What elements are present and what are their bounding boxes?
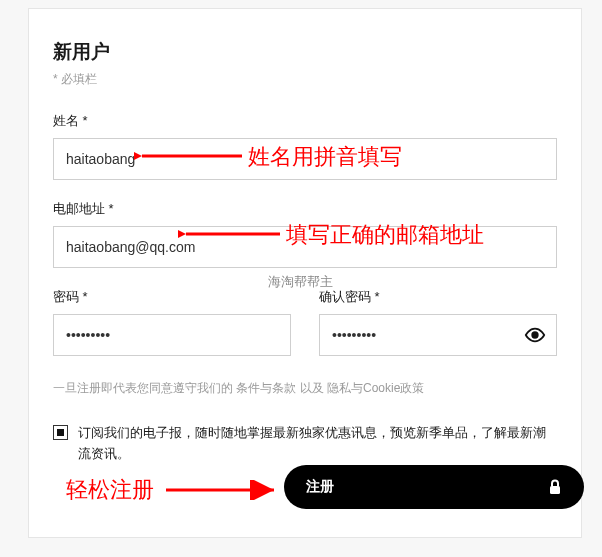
confirm-password-field: 确认密码 * <box>319 288 557 356</box>
password-label: 密码 * <box>53 288 291 306</box>
password-field: 密码 * <box>53 288 291 356</box>
eye-icon <box>524 324 546 346</box>
name-label: 姓名 * <box>53 112 557 130</box>
newsletter-row: 订阅我们的电子报，随时随地掌握最新独家优惠讯息，预览新季单品，了解最新潮流资讯。 <box>53 423 557 465</box>
svg-rect-1 <box>550 486 560 494</box>
register-button[interactable]: 注册 <box>284 465 584 509</box>
page-title: 新用户 <box>53 39 557 65</box>
email-input[interactable] <box>53 226 557 268</box>
email-label: 电邮地址 * <box>53 200 557 218</box>
disclaimer-mid: 以及 <box>296 381 327 395</box>
password-input[interactable] <box>53 314 291 356</box>
newsletter-checkbox[interactable] <box>53 425 68 440</box>
email-field: 电邮地址 * <box>53 200 557 268</box>
terms-disclaimer: 一旦注册即代表您同意遵守我们的 条件与条款 以及 隐私与Cookie政策 <box>53 380 557 397</box>
terms-link[interactable]: 条件与条款 <box>236 381 296 395</box>
toggle-password-visibility-button[interactable] <box>521 321 549 349</box>
name-field: 姓名 * <box>53 112 557 180</box>
newsletter-label: 订阅我们的电子报，随时随地掌握最新独家优惠讯息，预览新季单品，了解最新潮流资讯。 <box>78 423 557 465</box>
watermark-text: 海淘帮帮主 <box>268 273 333 291</box>
register-button-label: 注册 <box>306 478 334 496</box>
lock-icon <box>548 479 562 495</box>
confirm-password-label: 确认密码 * <box>319 288 557 306</box>
privacy-link[interactable]: 隐私与Cookie政策 <box>327 381 424 395</box>
svg-point-0 <box>532 332 538 338</box>
disclaimer-prefix: 一旦注册即代表您同意遵守我们的 <box>53 381 236 395</box>
required-fields-note: * 必填栏 <box>53 71 557 88</box>
password-row: 密码 * 确认密码 * <box>53 288 557 376</box>
name-input[interactable] <box>53 138 557 180</box>
